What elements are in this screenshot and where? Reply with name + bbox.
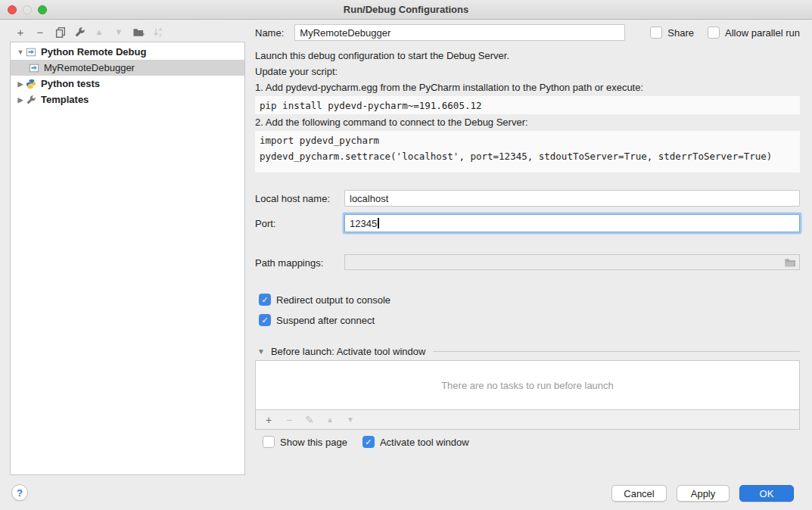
section-expanded-arrow-icon[interactable]: ▼ bbox=[257, 347, 265, 356]
local-host-name-label: Local host name: bbox=[255, 193, 330, 204]
tasks-toolbar: + − ✎ ▲ ▼ bbox=[255, 410, 800, 430]
checkbox-box[interactable]: ✓ bbox=[259, 314, 271, 326]
port-label: Port: bbox=[255, 218, 275, 229]
checkbox-box[interactable] bbox=[708, 26, 720, 39]
before-launch-title: Before launch: Activate tool window bbox=[271, 346, 426, 357]
tree-item-label: MyRemoteDebugger bbox=[44, 62, 135, 73]
sort-configurations-icon[interactable]: az bbox=[152, 26, 164, 38]
suspend-after-connect-checkbox[interactable]: ✓ Suspend after connect bbox=[259, 314, 375, 326]
instruction-step-2: 2. Add the following command to connect … bbox=[255, 117, 528, 128]
svg-text:z: z bbox=[158, 32, 161, 37]
svg-text:a: a bbox=[158, 26, 161, 32]
pip-install-code: pip install pydevd-pycharm~=191.6605.12 bbox=[255, 96, 800, 114]
empty-tasks-text: There are no tasks to run before launch bbox=[441, 380, 614, 391]
suspend-after-connect-label: Suspend after connect bbox=[276, 315, 375, 326]
redirect-output-label: Redirect output to console bbox=[276, 294, 390, 306]
configurations-toolbar: + − ▲ ▼ az bbox=[14, 25, 164, 39]
checkmark-icon: ✓ bbox=[261, 316, 268, 325]
name-input[interactable] bbox=[294, 24, 625, 41]
name-row: Name: Share Allow parallel run bbox=[255, 24, 800, 41]
settrace-code-line-1: import pydevd_pycharm bbox=[260, 132, 795, 148]
activate-tool-window-checkbox[interactable]: ✓ Activate tool window bbox=[362, 436, 469, 448]
remove-configuration-icon[interactable]: − bbox=[34, 26, 46, 38]
name-label: Name: bbox=[255, 27, 284, 39]
checkbox-box[interactable] bbox=[263, 436, 275, 448]
checkmark-icon: ✓ bbox=[365, 438, 372, 446]
port-value: 12345 bbox=[350, 218, 377, 229]
local-host-name-input[interactable] bbox=[344, 190, 800, 207]
before-launch-task-list[interactable]: There are no tasks to run before launch bbox=[255, 360, 800, 410]
share-label: Share bbox=[667, 27, 694, 39]
zoom-window-button[interactable] bbox=[38, 5, 47, 14]
settrace-code-line-2: pydevd_pycharm.settrace('localhost', por… bbox=[260, 148, 795, 164]
window-title: Run/Debug Configurations bbox=[344, 4, 468, 15]
checkbox-box[interactable] bbox=[650, 26, 662, 39]
close-window-button[interactable] bbox=[8, 5, 17, 14]
browse-folder-icon[interactable] bbox=[784, 257, 796, 268]
new-folder-icon[interactable] bbox=[132, 26, 145, 38]
before-launch-header[interactable]: ▼ Before launch: Activate tool window bbox=[257, 345, 800, 357]
templates-wrench-icon bbox=[26, 94, 37, 105]
footer-options: Show this page ✓ Activate tool window bbox=[263, 436, 469, 448]
tree-item-label: Templates bbox=[41, 94, 89, 105]
tree-item-python-tests[interactable]: ▶ Python tests bbox=[11, 76, 244, 92]
instruction-step-1: 1. Add pydevd-pycharm.egg from the PyCha… bbox=[255, 82, 643, 93]
allow-parallel-run-label: Allow parallel run bbox=[725, 27, 800, 39]
tree-item-label: Python Remote Debug bbox=[41, 46, 146, 58]
edit-templates-wrench-icon[interactable] bbox=[73, 26, 86, 38]
python-icon bbox=[26, 78, 37, 89]
cancel-button[interactable]: Cancel bbox=[611, 485, 667, 502]
tree-item-myremotedebugger[interactable]: MyRemoteDebugger bbox=[11, 60, 244, 76]
configurations-tree: ▼ Python Remote Debug MyRemoteDebugger ▶… bbox=[10, 42, 245, 475]
move-task-up-icon[interactable]: ▲ bbox=[324, 414, 336, 426]
section-divider bbox=[433, 351, 800, 352]
minimize-window-button[interactable] bbox=[23, 5, 32, 14]
move-down-icon[interactable]: ▼ bbox=[113, 26, 125, 38]
settrace-code-block: import pydevd_pycharm pydevd_pycharm.set… bbox=[255, 131, 800, 173]
apply-button-label: Apply bbox=[691, 488, 716, 499]
path-mappings-input[interactable] bbox=[344, 254, 800, 270]
expanded-arrow-icon[interactable]: ▼ bbox=[15, 48, 26, 56]
port-input[interactable]: 12345 bbox=[344, 214, 800, 232]
help-icon: ? bbox=[17, 487, 23, 499]
redirect-output-checkbox[interactable]: ✓ Redirect output to console bbox=[259, 294, 390, 306]
window-controls bbox=[8, 5, 47, 14]
tree-item-python-remote-debug[interactable]: ▼ Python Remote Debug bbox=[11, 44, 244, 60]
collapsed-arrow-icon[interactable]: ▶ bbox=[15, 96, 26, 104]
help-button[interactable]: ? bbox=[11, 484, 28, 501]
tree-item-label: Python tests bbox=[41, 78, 100, 89]
allow-parallel-run-checkbox[interactable]: Allow parallel run bbox=[708, 26, 800, 39]
cancel-button-label: Cancel bbox=[624, 488, 654, 499]
add-task-icon[interactable]: + bbox=[263, 414, 275, 426]
share-checkbox[interactable]: Share bbox=[650, 26, 694, 39]
text-caret bbox=[378, 218, 379, 229]
title-bar: Run/Debug Configurations bbox=[0, 0, 812, 20]
activate-tool-window-label: Activate tool window bbox=[380, 437, 469, 448]
checkmark-icon: ✓ bbox=[261, 296, 268, 304]
copy-configuration-icon[interactable] bbox=[54, 26, 66, 38]
remote-debug-config-icon bbox=[26, 46, 37, 58]
apply-button[interactable]: Apply bbox=[677, 485, 730, 502]
show-this-page-checkbox[interactable]: Show this page bbox=[263, 436, 347, 448]
path-mappings-label: Path mappings: bbox=[255, 257, 323, 269]
instruction-line-2: Update your script: bbox=[255, 66, 338, 77]
checkbox-box[interactable]: ✓ bbox=[362, 436, 375, 448]
instruction-line-1: Launch this debug configuration to start… bbox=[255, 50, 509, 61]
move-up-icon[interactable]: ▲ bbox=[93, 26, 105, 38]
collapsed-arrow-icon[interactable]: ▶ bbox=[15, 80, 26, 88]
remote-debug-config-icon bbox=[29, 62, 40, 73]
add-configuration-icon[interactable]: + bbox=[14, 26, 26, 38]
move-task-down-icon[interactable]: ▼ bbox=[344, 414, 356, 426]
show-this-page-label: Show this page bbox=[280, 437, 347, 448]
checkbox-box[interactable]: ✓ bbox=[259, 294, 271, 306]
ok-button[interactable]: OK bbox=[739, 485, 794, 502]
edit-task-icon[interactable]: ✎ bbox=[303, 414, 316, 426]
ok-button-label: OK bbox=[760, 488, 774, 499]
tree-item-templates[interactable]: ▶ Templates bbox=[11, 92, 244, 107]
remove-task-icon[interactable]: − bbox=[283, 414, 295, 426]
